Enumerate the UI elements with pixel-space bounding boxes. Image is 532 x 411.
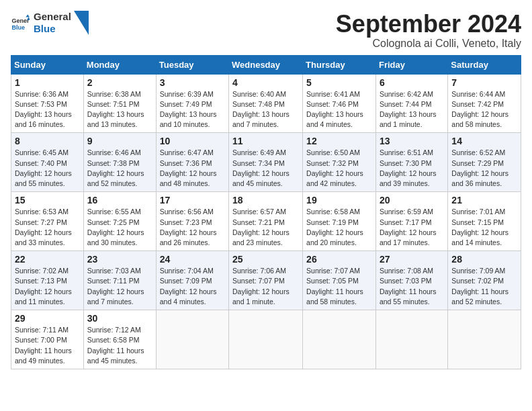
- calendar-cell: 12Sunrise: 6:50 AM Sunset: 7:32 PM Dayli…: [303, 133, 376, 192]
- weekday-header-monday: Monday: [83, 55, 156, 74]
- day-number: 13: [380, 136, 444, 146]
- calendar-cell: [156, 310, 228, 369]
- day-number: 18: [232, 195, 299, 205]
- logo-line1: General: [34, 11, 71, 23]
- weekday-header-wednesday: Wednesday: [229, 55, 303, 74]
- day-number: 7: [451, 77, 517, 88]
- day-number: 25: [232, 254, 299, 265]
- day-info: Sunrise: 6:45 AM Sunset: 7:40 PM Dayligh…: [15, 148, 80, 189]
- calendar-cell: 13Sunrise: 6:51 AM Sunset: 7:30 PM Dayli…: [375, 133, 447, 192]
- day-number: 14: [451, 136, 517, 146]
- svg-text:Blue: Blue: [11, 24, 25, 31]
- calendar-cell: [375, 310, 447, 369]
- day-info: Sunrise: 6:40 AM Sunset: 7:48 PM Dayligh…: [232, 89, 299, 130]
- calendar-cell: 10Sunrise: 6:47 AM Sunset: 7:36 PM Dayli…: [156, 133, 228, 192]
- calendar-cell: 7Sunrise: 6:44 AM Sunset: 7:42 PM Daylig…: [448, 74, 521, 133]
- calendar-cell: 29Sunrise: 7:11 AM Sunset: 7:00 PM Dayli…: [11, 310, 84, 369]
- day-number: 8: [15, 136, 80, 146]
- day-number: 10: [160, 136, 225, 146]
- day-number: 12: [306, 136, 372, 146]
- day-info: Sunrise: 6:59 AM Sunset: 7:17 PM Dayligh…: [380, 207, 444, 248]
- calendar-cell: 14Sunrise: 6:52 AM Sunset: 7:29 PM Dayli…: [448, 133, 521, 192]
- day-info: Sunrise: 6:38 AM Sunset: 7:51 PM Dayligh…: [87, 89, 152, 130]
- day-info: Sunrise: 6:51 AM Sunset: 7:30 PM Dayligh…: [380, 148, 444, 189]
- weekday-header-friday: Friday: [375, 55, 447, 74]
- calendar-cell: 24Sunrise: 7:04 AM Sunset: 7:09 PM Dayli…: [156, 251, 228, 310]
- calendar-cell: 16Sunrise: 6:55 AM Sunset: 7:25 PM Dayli…: [83, 192, 156, 251]
- day-info: Sunrise: 6:58 AM Sunset: 7:19 PM Dayligh…: [306, 207, 372, 248]
- day-info: Sunrise: 6:44 AM Sunset: 7:42 PM Dayligh…: [451, 89, 517, 130]
- calendar-cell: 11Sunrise: 6:49 AM Sunset: 7:34 PM Dayli…: [229, 133, 303, 192]
- calendar-cell: 25Sunrise: 7:06 AM Sunset: 7:07 PM Dayli…: [229, 251, 303, 310]
- day-info: Sunrise: 6:42 AM Sunset: 7:44 PM Dayligh…: [380, 89, 444, 130]
- day-info: Sunrise: 6:47 AM Sunset: 7:36 PM Dayligh…: [160, 148, 225, 189]
- day-info: Sunrise: 6:55 AM Sunset: 7:25 PM Dayligh…: [87, 207, 152, 248]
- day-info: Sunrise: 7:12 AM Sunset: 6:58 PM Dayligh…: [87, 325, 152, 366]
- calendar-cell: 20Sunrise: 6:59 AM Sunset: 7:17 PM Dayli…: [375, 192, 447, 251]
- calendar-cell: 17Sunrise: 6:56 AM Sunset: 7:23 PM Dayli…: [156, 192, 228, 251]
- calendar-cell: 19Sunrise: 6:58 AM Sunset: 7:19 PM Dayli…: [303, 192, 376, 251]
- svg-marker-2: [26, 14, 30, 17]
- day-info: Sunrise: 6:56 AM Sunset: 7:23 PM Dayligh…: [160, 207, 225, 248]
- logo-icon: General Blue: [11, 13, 30, 32]
- day-info: Sunrise: 7:02 AM Sunset: 7:13 PM Dayligh…: [15, 266, 80, 307]
- calendar-cell: 5Sunrise: 6:41 AM Sunset: 7:46 PM Daylig…: [303, 74, 376, 133]
- day-number: 3: [160, 77, 225, 88]
- calendar-cell: [448, 310, 521, 369]
- day-info: Sunrise: 7:03 AM Sunset: 7:11 PM Dayligh…: [87, 266, 152, 307]
- calendar-cell: 1Sunrise: 6:36 AM Sunset: 7:53 PM Daylig…: [11, 74, 84, 133]
- calendar-cell: 23Sunrise: 7:03 AM Sunset: 7:11 PM Dayli…: [83, 251, 156, 310]
- day-number: 16: [87, 195, 152, 205]
- day-number: 29: [15, 313, 80, 324]
- day-number: 15: [15, 195, 80, 205]
- month-title: September 2024: [336, 11, 521, 38]
- day-info: Sunrise: 6:57 AM Sunset: 7:21 PM Dayligh…: [232, 207, 299, 248]
- day-number: 20: [380, 195, 444, 205]
- day-number: 26: [306, 254, 372, 265]
- day-info: Sunrise: 7:07 AM Sunset: 7:05 PM Dayligh…: [306, 266, 372, 307]
- page-header: General Blue General Blue September 2024…: [11, 11, 521, 50]
- calendar-cell: [303, 310, 376, 369]
- weekday-header-sunday: Sunday: [11, 55, 84, 74]
- svg-text:General: General: [11, 17, 30, 24]
- calendar-cell: 21Sunrise: 7:01 AM Sunset: 7:15 PM Dayli…: [448, 192, 521, 251]
- calendar-cell: 3Sunrise: 6:39 AM Sunset: 7:49 PM Daylig…: [156, 74, 228, 133]
- day-info: Sunrise: 6:36 AM Sunset: 7:53 PM Dayligh…: [15, 89, 80, 130]
- day-number: 5: [306, 77, 372, 88]
- calendar-cell: 26Sunrise: 7:07 AM Sunset: 7:05 PM Dayli…: [303, 251, 376, 310]
- calendar-cell: 18Sunrise: 6:57 AM Sunset: 7:21 PM Dayli…: [229, 192, 303, 251]
- day-info: Sunrise: 6:52 AM Sunset: 7:29 PM Dayligh…: [451, 148, 517, 189]
- calendar-cell: 30Sunrise: 7:12 AM Sunset: 6:58 PM Dayli…: [83, 310, 156, 369]
- day-number: 11: [232, 136, 299, 146]
- day-number: 28: [451, 254, 517, 265]
- day-number: 6: [380, 77, 444, 88]
- title-block: September 2024 Colognola ai Colli, Venet…: [336, 11, 521, 50]
- day-info: Sunrise: 7:08 AM Sunset: 7:03 PM Dayligh…: [380, 266, 444, 307]
- calendar-cell: 27Sunrise: 7:08 AM Sunset: 7:03 PM Dayli…: [375, 251, 447, 310]
- weekday-header-tuesday: Tuesday: [156, 55, 228, 74]
- day-number: 22: [15, 254, 80, 265]
- day-number: 19: [306, 195, 372, 205]
- calendar-cell: 9Sunrise: 6:46 AM Sunset: 7:38 PM Daylig…: [83, 133, 156, 192]
- logo-arrow-icon: [74, 11, 89, 35]
- day-info: Sunrise: 6:39 AM Sunset: 7:49 PM Dayligh…: [160, 89, 225, 130]
- day-info: Sunrise: 7:06 AM Sunset: 7:07 PM Dayligh…: [232, 266, 299, 307]
- calendar-cell: [229, 310, 303, 369]
- svg-marker-4: [74, 11, 89, 35]
- day-number: 9: [87, 136, 152, 146]
- day-info: Sunrise: 7:04 AM Sunset: 7:09 PM Dayligh…: [160, 266, 225, 307]
- day-number: 1: [15, 77, 80, 88]
- calendar-cell: 2Sunrise: 6:38 AM Sunset: 7:51 PM Daylig…: [83, 74, 156, 133]
- day-info: Sunrise: 6:49 AM Sunset: 7:34 PM Dayligh…: [232, 148, 299, 189]
- day-info: Sunrise: 6:50 AM Sunset: 7:32 PM Dayligh…: [306, 148, 372, 189]
- calendar-cell: 22Sunrise: 7:02 AM Sunset: 7:13 PM Dayli…: [11, 251, 84, 310]
- day-info: Sunrise: 7:01 AM Sunset: 7:15 PM Dayligh…: [451, 207, 517, 248]
- day-number: 4: [232, 77, 299, 88]
- calendar-table: SundayMondayTuesdayWednesdayThursdayFrid…: [11, 55, 521, 369]
- day-info: Sunrise: 6:53 AM Sunset: 7:27 PM Dayligh…: [15, 207, 80, 248]
- day-number: 24: [160, 254, 225, 265]
- weekday-header-saturday: Saturday: [448, 55, 521, 74]
- calendar-cell: 6Sunrise: 6:42 AM Sunset: 7:44 PM Daylig…: [375, 74, 447, 133]
- day-info: Sunrise: 6:46 AM Sunset: 7:38 PM Dayligh…: [87, 148, 152, 189]
- day-number: 2: [87, 77, 152, 88]
